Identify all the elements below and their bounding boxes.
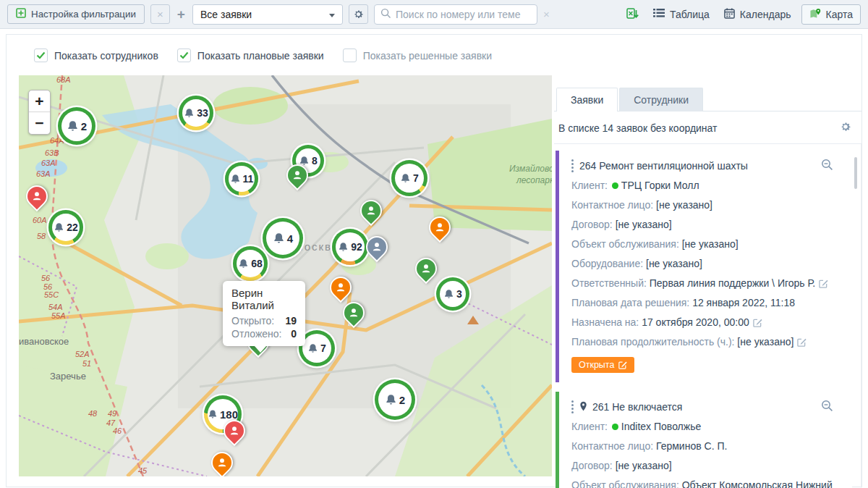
- checkbox-label: Показать сотрудников: [54, 50, 158, 62]
- request-cluster-marker[interactable]: 4: [263, 218, 303, 258]
- calendar-icon: [724, 8, 735, 21]
- content-wrapper: Показать сотрудников Показать плановые з…: [6, 34, 862, 487]
- export-excel-button[interactable]: [622, 4, 643, 24]
- request-field: Контактное лицо: [не указано]: [571, 198, 833, 212]
- checkbox-show-employees[interactable]: Показать сотрудников: [34, 49, 158, 62]
- request-field: Объект обслуживания: [не указано]: [571, 237, 833, 251]
- field-value: [не указано]: [656, 199, 712, 211]
- add-filter-button[interactable]: +: [176, 7, 187, 22]
- locate-on-map-icon: [821, 159, 833, 171]
- drag-handle-icon[interactable]: [571, 400, 574, 413]
- drag-handle-icon[interactable]: [571, 159, 574, 172]
- request-cluster-marker[interactable]: 11: [225, 162, 258, 195]
- checkbox-show-resolved[interactable]: Показать решенные заявки: [343, 49, 492, 62]
- field-value: [не указано]: [682, 238, 739, 250]
- bell-icon: [338, 242, 349, 253]
- edit-icon: [797, 337, 807, 347]
- employee-pin-marker[interactable]: [429, 216, 451, 238]
- field-value: 17 октября 2020, 00:00: [642, 316, 749, 328]
- bell-icon: [385, 394, 397, 406]
- gear-icon: [840, 121, 851, 132]
- request-cluster-marker[interactable]: 68: [233, 246, 268, 281]
- request-cluster-marker[interactable]: 3: [436, 277, 469, 311]
- employee-pin-marker[interactable]: [224, 420, 245, 442]
- search-icon: [380, 8, 391, 21]
- status-badge[interactable]: Открыта: [571, 357, 634, 373]
- employee-pin-marker[interactable]: [330, 277, 352, 298]
- map[interactable]: МоскваИзмайловскийлесопарк68А64А63B63А63…: [19, 75, 552, 476]
- cluster-count: 11: [243, 173, 254, 185]
- person-icon: [420, 263, 432, 274]
- requests-list[interactable]: 264 Ремонт вентиляционной шахты Клиент: …: [554, 144, 861, 488]
- top-toolbar: Настройка фильтрации × + Все заявки × Та…: [0, 0, 868, 29]
- request-field: Договор: [не указано]: [571, 459, 833, 473]
- panel-header-text: В списке 14 заявок без координат: [558, 122, 718, 134]
- employee-pin-marker[interactable]: [286, 164, 308, 186]
- tooltip-postponed-label: Отложено:: [231, 328, 282, 340]
- filter-gear-button[interactable]: [349, 4, 368, 24]
- field-label: Оборудование:: [571, 258, 646, 269]
- request-cluster-marker[interactable]: 22: [48, 210, 83, 245]
- person-icon: [434, 222, 446, 233]
- request-field: Ответственный: Первая линия поддержки \ …: [571, 277, 833, 290]
- employee-pin-marker[interactable]: [360, 200, 382, 222]
- requests-panel: Заявки Сотрудники В списке 14 заявок без…: [554, 75, 861, 488]
- request-cluster-marker[interactable]: 7: [391, 160, 427, 196]
- panel-gear-button[interactable]: [840, 121, 851, 135]
- request-card[interactable]: 261 Не включается Клиент: Inditex Поволж…: [556, 392, 852, 488]
- scrollbar-thumb[interactable]: [854, 157, 857, 189]
- employee-pin-marker[interactable]: [415, 258, 437, 279]
- employee-pin-marker[interactable]: [343, 302, 365, 324]
- employee-pin-marker[interactable]: [26, 185, 48, 207]
- field-label: Объект обслуживания:: [571, 238, 682, 250]
- request-card[interactable]: 264 Ремонт вентиляционной шахты Клиент: …: [556, 151, 852, 382]
- bell-icon: [443, 289, 454, 300]
- filter-grid-plus-icon: [16, 8, 26, 20]
- request-cluster-marker[interactable]: 2: [58, 107, 95, 145]
- checkbox-show-planned[interactable]: Показать плановые заявки: [177, 49, 324, 62]
- tooltip-open-label: Открыто:: [231, 315, 274, 327]
- employee-pin-marker[interactable]: [211, 452, 233, 474]
- tab-requests[interactable]: Заявки: [556, 88, 618, 112]
- request-field: Контактное лицо: Герминов С. П.: [571, 439, 833, 453]
- map-pin-icon: [809, 8, 821, 21]
- person-icon: [229, 425, 240, 437]
- search-clear-button[interactable]: ×: [543, 8, 550, 20]
- zoom-out-button[interactable]: −: [29, 112, 50, 134]
- bell-icon: [230, 174, 241, 185]
- filter-settings-label: Настройка фильтрации: [31, 9, 136, 20]
- locate-request-button[interactable]: [821, 400, 833, 414]
- person-icon: [292, 169, 303, 181]
- view-calendar-button[interactable]: Календарь: [720, 4, 796, 25]
- request-cluster-marker[interactable]: 2: [375, 379, 415, 420]
- employee-pin-marker[interactable]: [366, 236, 388, 258]
- cluster-count: 180: [220, 408, 238, 421]
- search-input[interactable]: [396, 9, 531, 20]
- person-icon: [371, 241, 383, 253]
- cluster-count: 2: [399, 394, 405, 406]
- field-value: [не указано]: [737, 336, 793, 348]
- checkbox-icon: [34, 49, 48, 62]
- panel-tabs: Заявки Сотрудники: [554, 88, 861, 112]
- filter-settings-button[interactable]: Настройка фильтрации: [7, 4, 145, 24]
- field-value: Inditex Поволжье: [621, 421, 701, 432]
- locate-request-button[interactable]: [821, 159, 833, 173]
- zoom-in-button[interactable]: +: [29, 91, 50, 112]
- field-label: Плановая продолжительность (ч.):: [571, 336, 737, 348]
- field-value: ТРЦ Горки Молл: [621, 180, 699, 191]
- bell-icon: [208, 408, 218, 421]
- gear-icon: [353, 9, 364, 20]
- request-cluster-marker[interactable]: 33: [179, 96, 213, 130]
- bell-icon: [54, 222, 64, 233]
- map-tiles: [19, 75, 552, 476]
- table-list-icon: [653, 8, 665, 20]
- field-value: 12 января 2022, 11:18: [692, 297, 795, 308]
- request-cluster-marker[interactable]: 92: [332, 229, 368, 265]
- filter-select[interactable]: Все заявки: [192, 4, 343, 25]
- view-map-button[interactable]: Карта: [801, 4, 861, 25]
- view-table-button[interactable]: Таблица: [649, 4, 714, 24]
- clear-filter-button[interactable]: ×: [150, 4, 170, 24]
- field-label: Ответственный:: [571, 277, 650, 289]
- request-field: Оборудование: [не указано]: [571, 257, 833, 271]
- tab-employees[interactable]: Сотрудники: [619, 88, 703, 112]
